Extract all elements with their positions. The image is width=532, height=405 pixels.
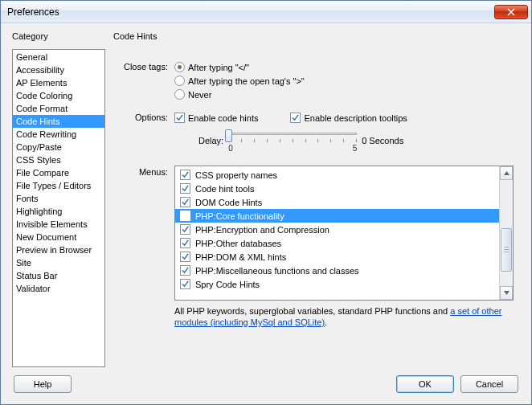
checkbox-icon (180, 279, 190, 289)
scroll-up-button[interactable] (500, 166, 513, 180)
chevron-up-icon (504, 171, 509, 175)
category-column: Category GeneralAccessibilityAP Elements… (12, 31, 105, 367)
delay-row: Delay: 0 5 (174, 128, 514, 153)
radio-icon (174, 89, 185, 100)
menu-item-label: DOM Code Hints (195, 198, 262, 207)
menu-item[interactable]: PHP:Encryption and Compression (175, 223, 499, 236)
enable-code-hints-label: Enable code hints (188, 113, 258, 123)
category-item[interactable]: Site (13, 256, 104, 269)
category-header: Category (12, 31, 105, 46)
cancel-button[interactable]: Cancel (460, 375, 518, 393)
category-item[interactable]: Highlighting (13, 205, 104, 218)
category-item[interactable]: General (13, 51, 104, 63)
category-item[interactable]: File Compare (13, 166, 104, 179)
menus-row: Menus: CSS property namesCode hint tools… (113, 166, 514, 328)
radio-icon (174, 76, 185, 86)
category-item[interactable]: New Document (13, 231, 104, 243)
enable-code-hints-checkbox[interactable]: Enable code hints (174, 111, 258, 125)
titlebar: Preferences (1, 1, 531, 23)
chevron-down-icon (504, 291, 509, 295)
category-item[interactable]: File Types / Editors (13, 179, 104, 192)
radio-icon (174, 62, 185, 72)
menu-item[interactable]: DOM Code Hints (175, 195, 499, 209)
menus-label: Menus: (113, 166, 174, 177)
category-item[interactable]: Fonts (13, 192, 104, 205)
menu-item[interactable]: Code hint tools (175, 182, 499, 195)
options-row: Options: Enable code hints Enable descri… (113, 111, 514, 153)
close-tags-label: Close tags: (113, 60, 174, 72)
delay-slider[interactable] (228, 128, 357, 144)
close-tags-radio[interactable]: After typing "</" (174, 60, 514, 74)
menu-item[interactable]: CSS property names (175, 168, 499, 182)
help-button[interactable]: Help (14, 375, 72, 393)
category-item[interactable]: Code Coloring (13, 89, 104, 102)
category-item[interactable]: Status Bar (13, 269, 104, 282)
settings-column: Code Hints Close tags: After typing "</"… (113, 31, 520, 367)
menu-item[interactable]: PHP:DOM & XML hints (175, 250, 499, 264)
menu-item-label: CSS property names (195, 170, 277, 180)
delay-value: 0 Seconds (362, 136, 403, 145)
scroll-thumb[interactable] (501, 228, 512, 272)
checkbox-icon (180, 197, 190, 207)
close-icon (507, 8, 515, 16)
delay-label: Delay: (198, 136, 223, 145)
menu-item[interactable]: PHP:Core functionality (175, 209, 499, 223)
menus-description: All PHP keywords, superglobal variables,… (174, 305, 514, 328)
menus-listbox[interactable]: CSS property namesCode hint toolsDOM Cod… (174, 166, 514, 301)
slider-scale: 0 5 (228, 144, 357, 153)
category-item[interactable]: Accessibility (13, 63, 104, 76)
menu-item-label: PHP:DOM & XML hints (195, 252, 286, 262)
checkbox-icon (180, 224, 190, 235)
radio-label: Never (188, 90, 211, 100)
checkbox-icon (180, 238, 190, 248)
dialog-body: Category GeneralAccessibilityAP Elements… (1, 23, 531, 404)
close-button[interactable] (494, 5, 528, 19)
menu-item[interactable]: Spry Code Hints (175, 277, 499, 291)
menu-item-label: PHP:Miscellaneous functions and classes (195, 266, 359, 276)
category-item[interactable]: Copy/Paste (13, 141, 104, 153)
checkbox-icon (180, 265, 190, 276)
options-label: Options: (113, 111, 174, 122)
scrollbar[interactable] (499, 166, 513, 300)
menu-item-label: PHP:Core functionality (195, 211, 284, 221)
checkbox-icon (180, 211, 190, 221)
ok-button[interactable]: OK (396, 375, 454, 393)
checkbox-icon (180, 183, 190, 194)
menu-item[interactable]: PHP:Other databases (175, 236, 499, 250)
category-item[interactable]: Code Hints (13, 115, 104, 128)
radio-label: After typing the open tag's ">" (188, 76, 305, 86)
settings-header: Code Hints (113, 31, 520, 46)
checkbox-icon (180, 252, 190, 262)
category-listbox[interactable]: GeneralAccessibilityAP ElementsCode Colo… (12, 49, 105, 367)
window-title: Preferences (7, 6, 494, 18)
checkbox-icon (290, 112, 301, 123)
close-tags-options: After typing "</"After typing the open t… (174, 60, 514, 101)
button-bar: Help OK Cancel (12, 367, 520, 396)
category-item[interactable]: CSS Styles (13, 153, 104, 166)
menu-item-label: PHP:Encryption and Compression (195, 225, 329, 235)
menu-item-label: Code hint tools (195, 184, 254, 194)
scroll-down-button[interactable] (500, 286, 513, 300)
close-tags-radio[interactable]: After typing the open tag's ">" (174, 74, 514, 88)
category-item[interactable]: Code Format (13, 102, 104, 115)
category-item[interactable]: Invisible Elements (13, 218, 104, 231)
enable-tooltips-label: Enable description tooltips (304, 113, 407, 123)
menu-item-label: PHP:Other databases (195, 239, 281, 248)
radio-label: After typing "</" (188, 63, 249, 72)
preferences-window: Preferences Category GeneralAccessibilit… (0, 0, 532, 405)
slider-thumb[interactable] (225, 129, 232, 142)
category-item[interactable]: Validator (13, 282, 104, 295)
close-tags-row: Close tags: After typing "</"After typin… (113, 60, 514, 101)
checkbox-icon (180, 170, 190, 180)
enable-tooltips-checkbox[interactable]: Enable description tooltips (290, 111, 407, 125)
category-item[interactable]: Code Rewriting (13, 128, 104, 141)
checkbox-icon (174, 112, 185, 123)
category-item[interactable]: AP Elements (13, 76, 104, 89)
menu-item-label: Spry Code Hints (195, 280, 260, 289)
menu-item[interactable]: PHP:Miscellaneous functions and classes (175, 264, 499, 277)
category-item[interactable]: Preview in Browser (13, 243, 104, 256)
close-tags-radio[interactable]: Never (174, 88, 514, 101)
